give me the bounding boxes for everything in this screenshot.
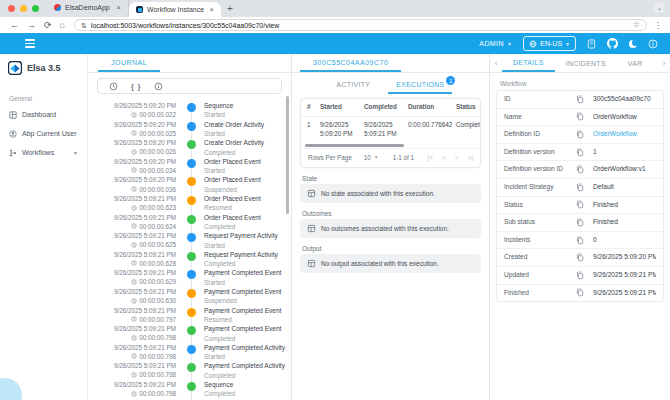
back-icon[interactable]: ← — [6, 21, 23, 30]
copy-icon[interactable] — [576, 165, 584, 174]
tab-executions[interactable]: EXECUTIONS 1 — [388, 75, 452, 94]
journal-entry-activity: Payment Completed Event — [204, 324, 281, 333]
property-row: Name OrderWorkflow — [497, 109, 663, 127]
next-page-icon[interactable]: > — [455, 154, 459, 161]
dark-mode-icon[interactable] — [629, 40, 637, 48]
journal-entry-info: Order Placed Event Suspended — [204, 175, 261, 194]
execution-row[interactable]: 1 9/26/2025 5:09:20 PM 9/26/2025 5:09:21… — [301, 117, 480, 143]
sidebar-item-dashboard[interactable]: Dashboard — [0, 105, 87, 124]
new-tab-button[interactable]: + — [221, 3, 241, 17]
copy-icon[interactable] — [576, 183, 584, 192]
copy-icon[interactable] — [576, 112, 584, 121]
journal-entry[interactable]: 9/26/2025 5:09:21 PM 00:00:00.797 Paymen… — [88, 306, 291, 325]
bookmark-star-icon[interactable]: ☆ — [633, 21, 640, 29]
copy-icon[interactable] — [576, 148, 584, 157]
copy-icon[interactable] — [576, 200, 584, 209]
journal-entry[interactable]: 9/26/2025 5:09:21 PM 00:00:00.629 Paymen… — [88, 268, 291, 287]
maximize-window-button[interactable] — [32, 5, 39, 12]
copy-icon[interactable] — [576, 95, 584, 104]
first-page-icon[interactable]: |< — [427, 154, 432, 161]
tab-variables[interactable]: VAR — [617, 54, 643, 72]
tab-search-chevron-icon[interactable]: ⌄ — [654, 2, 665, 13]
journal-entry[interactable]: 9/26/2025 5:09:20 PM 00:00:00.025 Create… — [88, 120, 291, 139]
last-page-icon[interactable]: >| — [468, 154, 473, 161]
journal-entry-info: Order Placed Event Resumed — [204, 194, 261, 213]
forward-icon[interactable]: → — [23, 21, 40, 30]
journal-entry[interactable]: 9/26/2025 5:09:20 PM 00:00:00.034 Order … — [88, 157, 291, 176]
github-icon[interactable] — [607, 38, 618, 49]
table-horizontal-scrollbar[interactable] — [305, 144, 476, 147]
sidebar-item-abp-current-user[interactable]: Abp Current User — [0, 124, 87, 143]
docs-icon[interactable] — [587, 39, 596, 49]
json-toggle-icon[interactable]: { } — [131, 83, 141, 90]
journal-entry[interactable]: 9/26/2025 5:09:20 PM 00:00:00.026 Create… — [88, 138, 291, 157]
property-row: Updated 9/26/2025 5:09:21 PM — [497, 267, 663, 285]
journal-entry-time: 9/26/2025 5:09:21 PM 00:00:00.798 — [88, 380, 176, 399]
clock-icon — [131, 223, 137, 229]
property-value: 9/26/2025 5:09:21 PM — [593, 271, 656, 280]
timestamp-toggle-icon[interactable] — [109, 82, 118, 91]
reload-icon[interactable]: ⟳ — [40, 21, 56, 30]
journal-entry[interactable]: 9/26/2025 5:09:21 PM 00:00:00.624 Order … — [88, 213, 291, 232]
tab-details[interactable]: DETAILS — [502, 54, 555, 72]
browser-tab-elsademoapp[interactable]: ElsaDemoApp × — [47, 0, 129, 15]
workflow-group-label: Workflow — [500, 80, 660, 87]
close-window-button[interactable] — [8, 5, 15, 12]
minimize-window-button[interactable] — [20, 5, 27, 12]
chevron-down-icon: ▼ — [507, 41, 512, 47]
journal-entry[interactable]: 9/26/2025 5:09:21 PM 00:00:00.628 Reques… — [88, 250, 291, 269]
copy-icon[interactable] — [576, 130, 584, 139]
copy-icon[interactable] — [576, 288, 584, 297]
journal-entry[interactable]: 9/26/2025 5:09:21 PM 00:00:00.798 Sequen… — [88, 380, 291, 399]
tab-close-icon[interactable]: × — [209, 6, 214, 14]
browser-menu-icon[interactable]: ⋮ — [652, 21, 664, 30]
window-controls[interactable] — [0, 5, 47, 17]
site-settings-icon[interactable]: ⇅ — [81, 22, 87, 29]
property-label: ID — [504, 95, 576, 104]
journal-entry-activity: Payment Completed Event — [204, 287, 281, 296]
hamburger-menu-icon[interactable] — [25, 39, 35, 47]
journal-entry-status: Completed — [204, 222, 261, 231]
tabs-scroll-left-icon[interactable]: ‹ — [490, 54, 502, 72]
tab-activity[interactable]: ACTIVITY — [329, 75, 379, 94]
browser-tab-workflow-instance[interactable]: Workflow Instance × — [129, 2, 221, 17]
journal-entry[interactable]: 9/26/2025 5:09:21 PM 00:00:00.625 Reques… — [88, 231, 291, 250]
copy-icon[interactable] — [576, 253, 584, 262]
home-icon[interactable]: ⌂ — [56, 21, 69, 30]
journal-entry[interactable]: 9/26/2025 5:09:21 PM 00:00:00.798 Paymen… — [88, 361, 291, 380]
details-tabs: ‹ DETAILS INCIDENTS VAR › — [490, 54, 670, 73]
url-text[interactable]: localhost:5003/workflows/instances/300c5… — [91, 22, 629, 29]
address-bar[interactable]: ⇅ localhost:5003/workflows/instances/300… — [74, 19, 647, 31]
journal-entry[interactable]: 9/26/2025 5:09:21 PM 00:00:00.630 Paymen… — [88, 287, 291, 306]
tab-close-icon[interactable]: × — [116, 4, 121, 12]
language-selector[interactable]: EN-US ▼ — [523, 36, 576, 51]
tabs-scroll-right-icon[interactable]: › — [658, 54, 670, 72]
property-value: 0 — [593, 236, 656, 245]
user-menu[interactable]: ADMIN ▼ — [479, 40, 512, 47]
info-icon[interactable] — [648, 39, 658, 49]
prev-page-icon[interactable]: < — [442, 154, 446, 161]
timeline-dot — [187, 252, 196, 261]
details-toggle-icon[interactable] — [154, 82, 163, 91]
rows-per-page-select[interactable]: 10 ▼ — [364, 154, 379, 161]
sidebar-item-workflows[interactable]: Workflows ▼ — [0, 143, 87, 162]
copy-icon[interactable] — [576, 218, 584, 227]
tab-instance-id[interactable]: 300C55C04AA09C70 — [300, 54, 401, 72]
tab-journal[interactable]: JOURNAL — [98, 54, 160, 72]
journal-entry[interactable]: 9/26/2025 5:09:21 PM 00:00:00.623 Order … — [88, 194, 291, 213]
journal-entry-activity: Payment Completed Event — [204, 268, 281, 277]
journal-entry[interactable]: 9/26/2025 5:09:21 PM 00:00:00.798 Paymen… — [88, 324, 291, 343]
clock-icon — [131, 298, 137, 304]
journal-entry[interactable]: 9/26/2025 5:09:20 PM 00:00:00.036 Order … — [88, 175, 291, 194]
workflows-icon — [9, 149, 17, 157]
journal-entry[interactable]: 9/26/2025 5:09:21 PM 00:00:00.798 Paymen… — [88, 343, 291, 362]
journal-entry[interactable]: 9/26/2025 5:09:20 PM 00:00:00.022 Sequen… — [88, 101, 291, 120]
journal-entry-time: 9/26/2025 5:09:21 PM 00:00:00.625 — [88, 231, 176, 250]
tab-incidents[interactable]: INCIDENTS — [555, 54, 617, 72]
clock-icon — [131, 167, 137, 173]
journal-scrollbar[interactable] — [286, 96, 289, 214]
copy-icon[interactable] — [576, 236, 584, 245]
journal-entry-status: Started — [204, 278, 281, 287]
property-label: Name — [504, 113, 576, 122]
copy-icon[interactable] — [576, 271, 584, 280]
